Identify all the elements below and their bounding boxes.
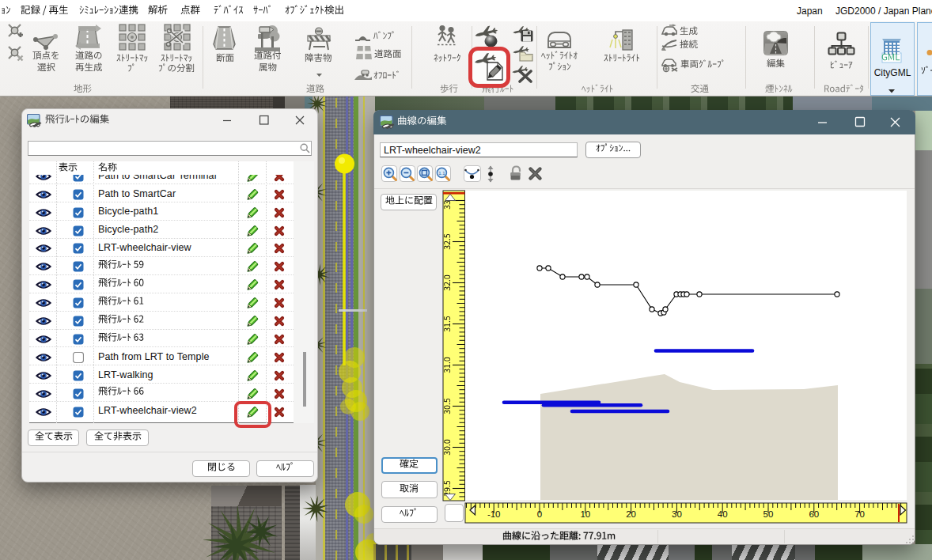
svg-text:1.1: 1.1 xyxy=(438,170,445,175)
